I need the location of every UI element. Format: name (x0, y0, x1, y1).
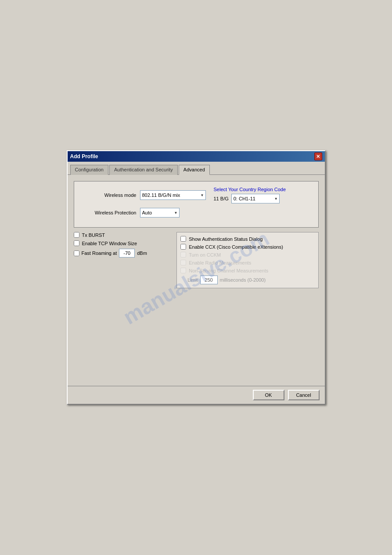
dbm-unit: dBm (137, 250, 147, 256)
wireless-mode-select[interactable]: 802.11 B/G/N mix 802.11 B only 802.11 G … (140, 190, 206, 200)
wireless-settings-box: Wireless mode 802.11 B/G/N mix 802.11 B … (74, 181, 319, 228)
tab-auth-security[interactable]: Authentication and Security (109, 165, 178, 175)
ok-button[interactable]: OK (253, 390, 284, 400)
content-area: manualsive.com Wireless mode 802.11 B/G/… (68, 175, 325, 386)
wireless-mode-row: Wireless mode 802.11 B/G/N mix 802.11 B … (79, 187, 313, 203)
wireless-mode-label: Wireless mode (79, 192, 137, 198)
enable-ccx-row: Enable CCX (Cisco Compatible eXtensions) (180, 244, 314, 250)
enable-ccx-checkbox[interactable] (180, 244, 186, 250)
country-region-group: Select Your Country Region Code 11 B/G 0… (214, 187, 286, 203)
enable-ccx-label: Enable CCX (Cisco Compatible eXtensions) (189, 244, 283, 250)
non-serving-row: Non-Serving Channel Measurements (180, 268, 314, 273)
wireless-protection-select-wrapper: Auto None 802.11b/g (140, 208, 180, 218)
tx-burst-checkbox[interactable] (74, 232, 79, 238)
left-checkboxes: Tx BURST Enable TCP Window Size Fast Roa… (74, 232, 177, 288)
tx-burst-label: Tx BURST (82, 232, 105, 238)
country-select-wrapper: 0: CH1-11 1: CH1-13 2: CH10-11 3: CH10-1… (231, 194, 280, 203)
wireless-protection-row: Wireless Protection Auto None 802.11b/g (79, 208, 313, 218)
tabs-bar: Configuration Authentication and Securit… (68, 162, 325, 175)
non-serving-checkbox (180, 268, 186, 273)
wireless-protection-select[interactable]: Auto None 802.11b/g (140, 208, 180, 218)
fast-roaming-row: Fast Roaming at dBm (74, 249, 177, 258)
wireless-protection-label: Wireless Protection (79, 210, 137, 215)
enable-tcp-label: Enable TCP Window Size (82, 241, 137, 246)
enable-tcp-row: Enable TCP Window Size (74, 240, 177, 246)
fast-roaming-value[interactable] (119, 249, 135, 258)
add-profile-dialog: Add Profile ✕ Configuration Authenticati… (67, 150, 326, 405)
tab-configuration[interactable]: Configuration (70, 165, 108, 175)
country-region-select[interactable]: 0: CH1-11 1: CH1-13 2: CH10-11 3: CH10-1… (231, 194, 280, 203)
limit-unit: milliseconds (0-2000) (220, 277, 266, 283)
enable-tcp-checkbox[interactable] (74, 240, 79, 246)
right-checkboxes: Show Authentication Status Dialog Enable… (176, 232, 318, 288)
channel-text: 11 B/G (214, 196, 229, 201)
limit-label: Limit (187, 277, 198, 283)
enable-radio-checkbox (180, 260, 186, 265)
fast-roaming-checkbox[interactable] (74, 250, 79, 256)
enable-radio-row: Enable Radio Measurements (180, 260, 314, 265)
show-auth-row: Show Authentication Status Dialog (180, 236, 314, 242)
non-serving-label: Non-Serving Channel Measurements (189, 268, 268, 273)
enable-radio-label: Enable Radio Measurements (189, 260, 251, 265)
tab-advanced[interactable]: Advanced (179, 165, 210, 175)
show-auth-label: Show Authentication Status Dialog (189, 236, 263, 242)
turn-on-cckm-row: Turn on CCKM (180, 252, 314, 258)
turn-on-cckm-label: Turn on CCKM (189, 252, 221, 258)
show-auth-checkbox[interactable] (180, 236, 186, 242)
limit-input (200, 276, 218, 284)
tx-burst-row: Tx BURST (74, 232, 177, 238)
bottom-section: Tx BURST Enable TCP Window Size Fast Roa… (74, 232, 319, 288)
dialog-footer: OK Cancel (68, 386, 325, 404)
country-region-label: Select Your Country Region Code (214, 187, 286, 192)
title-bar: Add Profile ✕ (68, 151, 325, 162)
close-button[interactable]: ✕ (314, 152, 322, 160)
turn-on-cckm-checkbox (180, 252, 186, 258)
dialog-title: Add Profile (70, 153, 98, 160)
limit-row: Limit milliseconds (0-2000) (180, 276, 314, 284)
fast-roaming-label: Fast Roaming at (82, 250, 117, 256)
cancel-button[interactable]: Cancel (288, 390, 320, 400)
wireless-mode-select-wrapper: 802.11 B/G/N mix 802.11 B only 802.11 G … (140, 190, 206, 200)
country-region-row: 11 B/G 0: CH1-11 1: CH1-13 2: CH10-11 3:… (214, 194, 286, 203)
